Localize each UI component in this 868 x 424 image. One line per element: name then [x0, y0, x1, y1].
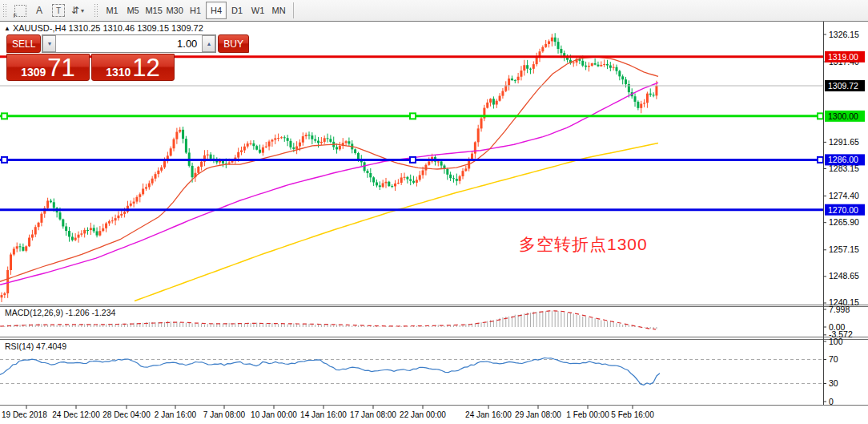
caret-up-icon: ▲ [206, 41, 211, 46]
ask-price-small: 1310 [106, 67, 131, 78]
candle-body [489, 99, 492, 103]
line-handle[interactable] [818, 157, 823, 163]
candle-body [179, 130, 181, 132]
candle-body [283, 137, 286, 138]
volume-decrease-button[interactable]: ▼ [42, 35, 56, 52]
cursor-arrows-button[interactable]: ⇵▾ [68, 2, 87, 19]
ask-price-big: 12 [132, 57, 159, 79]
candle-body [474, 142, 476, 153]
candle-body [299, 143, 301, 147]
candle-body [117, 216, 119, 218]
line-handle[interactable] [818, 113, 823, 119]
candle-body [139, 194, 141, 197]
candle-body [523, 65, 525, 71]
candle-body [560, 49, 562, 53]
one-click-trading-panel: SELL ▼ ▲ BUY 1309 71 1310 12 [6, 34, 175, 81]
candle-body [287, 138, 289, 141]
candle-body [618, 71, 621, 77]
timeframe-button-H1[interactable]: H1 [185, 2, 206, 19]
line-handle[interactable] [410, 157, 416, 163]
candle-body [388, 182, 390, 186]
candle-body [354, 149, 356, 153]
candle-body [74, 238, 77, 240]
candle-body [520, 71, 522, 77]
candle-body [302, 136, 304, 143]
line-handle[interactable] [2, 157, 7, 163]
candle-body [597, 65, 599, 67]
candle-body [585, 66, 587, 67]
candle-body [50, 200, 52, 202]
timeframe-button-H4[interactable]: H4 [206, 2, 227, 19]
candle-body [170, 148, 172, 155]
price-tick-label: 1257.15 [829, 244, 859, 254]
timeframe-button-D1[interactable]: D1 [227, 2, 247, 19]
candle-body [511, 79, 513, 80]
candle-body [320, 142, 323, 143]
candle-body [416, 180, 418, 182]
toolbar-grip[interactable] [2, 3, 8, 18]
candle-body [16, 246, 18, 248]
bid-price-big: 71 [47, 57, 74, 79]
volume-increase-button[interactable]: ▲ [202, 35, 215, 52]
candle-body [86, 230, 89, 231]
price-tick-label: 1248.65 [829, 271, 859, 281]
price-badge-label: 1270.00 [828, 205, 858, 215]
rsi-tick-label: 100 [829, 337, 843, 346]
candle-body [277, 138, 279, 139]
drawing-tools-group: FAT⇵▾ [10, 2, 87, 19]
timeframe-button-MN[interactable]: MN [268, 2, 289, 19]
timeframe-button-M15[interactable]: M15 [143, 2, 164, 19]
line-handle[interactable] [2, 113, 7, 119]
time-tick-label: 24 Jan 16:00 [465, 410, 512, 419]
candle-body [649, 94, 652, 95]
bid-price-display: 1309 71 [6, 54, 90, 81]
candle-body [637, 102, 639, 108]
timeframe-button-M30[interactable]: M30 [164, 2, 185, 19]
candle-body [151, 179, 154, 184]
chart-annotation: 多空转折点1300 [519, 233, 648, 256]
time-tick-label: 14 Jan 16:00 [300, 410, 347, 419]
candle-body [348, 141, 350, 143]
candle-body [464, 168, 467, 171]
candle-body [594, 63, 597, 65]
text-label-button[interactable]: A [30, 2, 49, 19]
toolbar: FAT⇵▾ M1M5M15M30H1H4D1W1MN [0, 0, 868, 22]
candle-body [603, 64, 605, 65]
candle-body [68, 231, 70, 236]
candle-body [289, 141, 291, 147]
candle-body [46, 200, 49, 208]
candle-body [6, 270, 9, 293]
toolbar-grip[interactable] [94, 3, 99, 18]
candle-body [541, 47, 544, 51]
volume-input[interactable] [56, 35, 202, 52]
timeframe-button-M1[interactable]: M1 [102, 2, 123, 19]
fibonacci-retracement-button[interactable]: F [10, 2, 30, 19]
timeframe-button-M5[interactable]: M5 [123, 2, 143, 19]
candle-body [314, 139, 316, 141]
candle-body [250, 143, 252, 144]
candle-body [96, 232, 98, 236]
candle-body [625, 79, 627, 84]
candle-body [191, 166, 194, 177]
price-badge-label: 1319.00 [828, 52, 858, 62]
sell-button[interactable]: SELL [6, 34, 41, 53]
trade-panel-price-row: 1309 71 1310 12 [6, 54, 175, 81]
candle-body [551, 38, 553, 42]
text-box-button[interactable]: T [49, 2, 68, 19]
candle-body [394, 184, 396, 187]
candle-body [262, 147, 264, 153]
candle-body [308, 135, 311, 135]
line-handle[interactable] [410, 113, 416, 119]
candle-body [588, 66, 590, 67]
timeframe-button-W1[interactable]: W1 [247, 2, 268, 19]
candle-body [311, 135, 313, 139]
candle-body [616, 67, 618, 71]
chart-title-text: XAUUSD-,H4 1310.25 1310.46 1309.15 1309.… [13, 23, 203, 33]
candle-body [391, 186, 393, 187]
candle-body [19, 246, 22, 247]
rsi-tick-label: 0 [829, 397, 834, 406]
trade-panel-top-row: SELL ▼ ▲ BUY [6, 34, 175, 53]
candle-body [173, 139, 175, 149]
buy-button[interactable]: BUY [218, 34, 249, 53]
timeframe-buttons-group: M1M5M15M30H1H4D1W1MN [102, 2, 289, 19]
